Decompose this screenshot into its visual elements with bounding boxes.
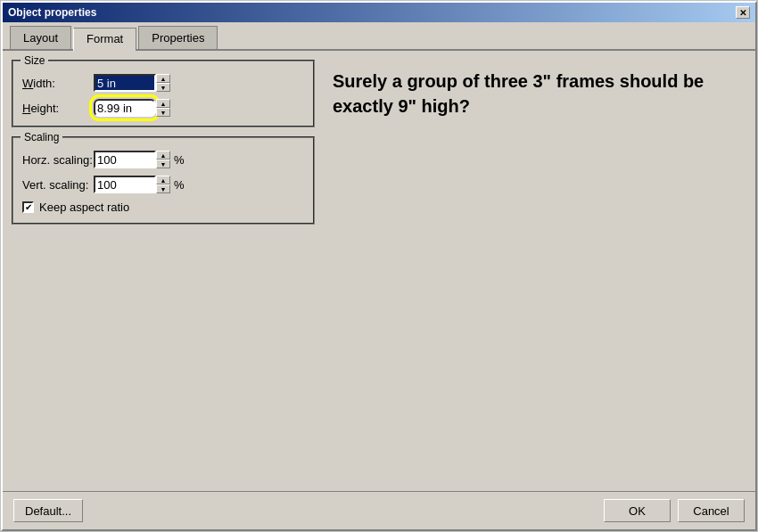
ok-button[interactable]: OK bbox=[604, 499, 671, 522]
vert-scaling-up-button[interactable]: ▲ bbox=[156, 176, 170, 184]
vert-scaling-label: Vert. scaling: bbox=[22, 178, 94, 192]
main-content: Size Width: ▲ ▼ Height: bbox=[3, 51, 755, 491]
horz-scaling-row: Horz. scaling: ▲ ▼ % bbox=[22, 151, 304, 168]
horz-percent-label: % bbox=[174, 153, 185, 167]
height-row: Height: ▲ ▼ bbox=[22, 99, 304, 117]
horz-scaling-input[interactable] bbox=[94, 151, 156, 168]
dialog-title: Object properties bbox=[8, 6, 96, 19]
bottom-right-buttons: OK Cancel bbox=[604, 499, 745, 522]
width-up-button[interactable]: ▲ bbox=[156, 74, 170, 83]
bottom-bar: Default... OK Cancel bbox=[3, 491, 755, 529]
height-input[interactable] bbox=[94, 99, 156, 117]
height-down-button[interactable]: ▼ bbox=[156, 108, 170, 117]
keep-aspect-row: ✔ Keep aspect ratio bbox=[22, 201, 304, 214]
vert-percent-label: % bbox=[174, 178, 185, 192]
horz-scaling-down-button[interactable]: ▼ bbox=[156, 160, 170, 168]
height-up-button[interactable]: ▲ bbox=[156, 99, 170, 108]
close-button[interactable]: ✕ bbox=[736, 6, 750, 19]
tab-format[interactable]: Format bbox=[73, 28, 136, 51]
vert-scaling-spinner: ▲ ▼ % bbox=[94, 176, 185, 193]
vert-scaling-spinner-buttons: ▲ ▼ bbox=[156, 176, 170, 193]
width-label: Width: bbox=[22, 77, 94, 90]
vert-scaling-row: Vert. scaling: ▲ ▼ % bbox=[22, 176, 304, 193]
title-bar: Object properties ✕ bbox=[3, 3, 755, 22]
tab-properties[interactable]: Properties bbox=[138, 26, 218, 49]
horz-scaling-spinner: ▲ ▼ % bbox=[94, 151, 185, 168]
left-panel: Size Width: ▲ ▼ Height: bbox=[12, 60, 315, 482]
dialog: Object properties ✕ Layout Format Proper… bbox=[1, 1, 757, 531]
height-label: Height: bbox=[22, 102, 94, 115]
keep-aspect-checkbox[interactable]: ✔ bbox=[22, 201, 34, 213]
width-down-button[interactable]: ▼ bbox=[156, 83, 170, 92]
horz-scaling-up-button[interactable]: ▲ bbox=[156, 151, 170, 160]
horz-scaling-label: Horz. scaling: bbox=[22, 153, 94, 167]
checkbox-checkmark: ✔ bbox=[25, 202, 32, 212]
vert-scaling-input[interactable] bbox=[94, 176, 156, 193]
tab-layout[interactable]: Layout bbox=[10, 26, 71, 49]
default-button[interactable]: Default... bbox=[13, 499, 83, 522]
cancel-button[interactable]: Cancel bbox=[678, 499, 745, 522]
width-input[interactable] bbox=[94, 74, 156, 92]
height-spinner: ▲ ▼ bbox=[94, 99, 170, 117]
width-spinner-buttons: ▲ ▼ bbox=[156, 74, 170, 92]
tab-bar: Layout Format Properties bbox=[3, 22, 755, 51]
width-row: Width: ▲ ▼ bbox=[22, 74, 304, 92]
scaling-group-label: Scaling bbox=[21, 131, 62, 143]
horz-scaling-spinner-buttons: ▲ ▼ bbox=[156, 151, 170, 168]
keep-aspect-label: Keep aspect ratio bbox=[39, 201, 129, 214]
size-group: Size Width: ▲ ▼ Height: bbox=[12, 60, 315, 127]
scaling-group: Scaling Horz. scaling: ▲ ▼ % Ver bbox=[12, 136, 315, 225]
width-spinner: ▲ ▼ bbox=[94, 74, 170, 92]
height-spinner-buttons: ▲ ▼ bbox=[156, 99, 170, 117]
vert-scaling-down-button[interactable]: ▼ bbox=[156, 184, 170, 193]
right-panel: Surely a group of three 3" frames should… bbox=[324, 60, 746, 482]
size-group-label: Size bbox=[21, 54, 48, 67]
annotation-text: Surely a group of three 3" frames should… bbox=[333, 69, 737, 119]
